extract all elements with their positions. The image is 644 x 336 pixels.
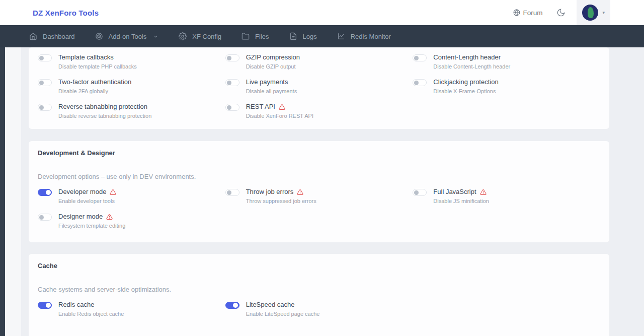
toggle-switch[interactable]	[225, 189, 239, 196]
setting-sublabel: Disable XenForo REST API	[246, 113, 313, 119]
setting-sublabel: Disable all payments	[246, 88, 297, 94]
toggle-knob	[233, 303, 238, 308]
setting-label: LiteSpeed cache	[246, 301, 295, 308]
toggle-knob	[414, 190, 419, 195]
brand-title[interactable]: DZ XenForo Tools	[33, 9, 99, 17]
nav-item-label: Dashboard	[43, 33, 75, 40]
app-window: DZ XenForo Tools Forum ▾ Dashboard Add-o…	[0, 0, 644, 336]
toggle-knob	[39, 105, 44, 110]
setting-row: Two-factor authentication Disable 2FA gl…	[38, 79, 225, 94]
setting-row: Developer mode Enable developer tools	[38, 188, 225, 204]
chart-icon	[337, 32, 345, 40]
setting-row: Full JavaScript Disable JS minification	[413, 188, 600, 204]
setting-sublabel: Filesystem template editing	[58, 223, 125, 229]
toggle-grid: Developer mode Enable developer tools Th…	[38, 188, 600, 229]
nav-item-logs[interactable]: Logs	[289, 32, 317, 40]
section-title: Development & Designer	[38, 149, 600, 157]
warning-icon	[106, 214, 113, 220]
setting-sublabel: Disable JS minification	[433, 198, 489, 204]
setting-row: Template callbacks Disable template PHP …	[38, 54, 225, 70]
toggle-switch[interactable]	[38, 302, 52, 309]
toggle-knob	[39, 215, 44, 220]
toggle-switch[interactable]	[225, 104, 239, 111]
toggle-knob	[39, 81, 44, 85]
setting-row: Designer mode Filesystem template editin…	[38, 213, 225, 229]
setting-sublabel: Disable template PHP callbacks	[58, 63, 137, 70]
toggle-knob	[414, 81, 419, 85]
setting-text: Redis cache Enable Redis object cache	[58, 301, 124, 317]
toggle-switch[interactable]	[413, 79, 427, 86]
forum-link[interactable]: Forum	[513, 9, 542, 17]
avatar	[582, 5, 598, 21]
toggle-switch[interactable]	[225, 79, 239, 86]
setting-label: REST API	[246, 103, 275, 110]
setting-text: Content-Length header Disable Content-Le…	[433, 54, 510, 70]
setting-sublabel: Enable Redis object cache	[58, 311, 124, 317]
settings-card-cache: Cache Cache systems and server-side opti…	[29, 254, 609, 336]
setting-row: GZIP compression Disable GZIP output	[225, 54, 413, 70]
setting-label: Clickjacking protection	[433, 79, 498, 86]
user-menu[interactable]: ▾	[577, 0, 610, 25]
setting-text: Throw job errors Throw suppressed job er…	[246, 188, 316, 204]
chevron-down-icon	[153, 34, 158, 39]
moon-icon	[556, 8, 566, 17]
setting-label: Redis cache	[58, 301, 95, 308]
toggle-switch[interactable]	[38, 104, 52, 111]
nav-item-redis-monitor[interactable]: Redis Monitor	[337, 32, 391, 40]
toggle-switch[interactable]	[38, 79, 52, 86]
toggle-knob	[227, 81, 231, 85]
nav-item-xf-config[interactable]: XF Config	[179, 32, 221, 40]
left-edge-strip	[0, 47, 5, 336]
setting-sublabel: Disable 2FA globally	[58, 88, 131, 94]
setting-row: Reverse tabnabbing protection Disable re…	[38, 103, 225, 119]
package-icon	[95, 32, 103, 40]
setting-sublabel: Enable LiteSpeed page cache	[246, 311, 320, 317]
section-description: Development options – use only in DEV en…	[38, 173, 600, 180]
setting-row: Throw job errors Throw suppressed job er…	[225, 188, 413, 204]
section-description: Cache systems and server-side optimizati…	[38, 286, 600, 293]
nav-item-dashboard[interactable]: Dashboard	[29, 32, 75, 40]
setting-sublabel: Disable Content-Length header	[433, 63, 510, 70]
nav-item-files[interactable]: Files	[242, 32, 269, 40]
home-icon	[29, 32, 37, 40]
warning-icon	[279, 104, 285, 110]
toggle-switch[interactable]	[38, 214, 52, 221]
setting-label: Designer mode	[58, 213, 103, 220]
warning-icon	[480, 189, 487, 195]
nav-item-add-on-tools[interactable]: Add-on Tools	[95, 32, 159, 40]
setting-text: Clickjacking protection Disable X-Frame-…	[433, 79, 498, 94]
settings-card-general: Template callbacks Disable template PHP …	[29, 47, 609, 129]
dark-mode-toggle[interactable]	[556, 8, 566, 17]
setting-label: Reverse tabnabbing protection	[58, 103, 147, 110]
setting-text: Developer mode Enable developer tools	[58, 188, 116, 204]
setting-row: Redis cache Enable Redis object cache	[38, 301, 225, 317]
setting-sublabel: Throw suppressed job errors	[246, 198, 316, 204]
avatar-figure	[588, 7, 594, 18]
warning-icon	[297, 189, 303, 195]
setting-row: LiteSpeed cache Enable LiteSpeed page ca…	[225, 301, 413, 317]
toggle-switch[interactable]	[38, 189, 52, 196]
setting-label: Throw job errors	[246, 188, 294, 195]
toggle-knob	[46, 303, 51, 308]
toggle-switch[interactable]	[413, 189, 427, 196]
setting-label: Two-factor authentication	[58, 79, 131, 86]
setting-label: GZIP compression	[246, 54, 300, 61]
nav-item-label: Redis Monitor	[351, 33, 391, 40]
forum-link-label: Forum	[523, 9, 542, 17]
file-icon	[289, 32, 297, 40]
nav-item-label: Logs	[303, 33, 317, 40]
main-nav: Dashboard Add-on Tools XF Config Files L…	[0, 25, 644, 47]
toggle-switch[interactable]	[413, 54, 427, 61]
folder-icon	[242, 32, 250, 40]
toggle-grid: Redis cache Enable Redis object cache Li…	[38, 301, 600, 317]
toggle-switch[interactable]	[38, 54, 52, 61]
setting-text: REST API Disable XenForo REST API	[246, 103, 313, 119]
toggle-switch[interactable]	[225, 54, 239, 61]
gear-icon	[179, 32, 187, 40]
setting-row: Live payments Disable all payments	[225, 79, 413, 94]
toggle-switch[interactable]	[225, 302, 239, 309]
settings-card-development: Development & Designer Development optio…	[29, 141, 609, 242]
setting-label: Live payments	[246, 79, 288, 86]
toggle-knob	[39, 56, 44, 60]
header-actions: Forum ▾	[513, 0, 610, 25]
